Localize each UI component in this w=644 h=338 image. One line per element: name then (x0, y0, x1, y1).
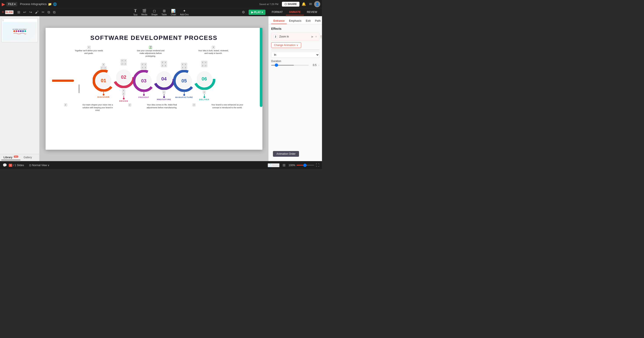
slide-title: SOFTWARE DEVELOPMENT PROCESS (52, 35, 256, 42)
dot-deliver (204, 96, 205, 98)
tab-exit[interactable]: Exit (304, 18, 313, 24)
scissors-button[interactable]: ✂ (40, 10, 46, 15)
bottom-descs: 2 Our team shapes your vision into a sol… (52, 104, 256, 112)
globe-icon: 🌐 (53, 3, 57, 6)
tab-path[interactable]: Path (313, 18, 322, 24)
badge-design-bottom-1: 2 (122, 89, 125, 92)
badge-dlv-2: 2 (204, 61, 207, 64)
logo-icon: ▶ (2, 2, 5, 7)
slide-button[interactable]: SLIDE (5, 10, 14, 14)
bottom-bar: 💬 1 / 1 Slides ⊡ Normal View ∨ 📄 Notes ⊞… (0, 161, 322, 169)
main-area: 1 SOFTWARE DEVELOPMENT (0, 16, 322, 161)
table-label: Table (162, 13, 167, 16)
process-row: 2 2 2 01 (52, 59, 256, 102)
play-label: PLAY (254, 11, 261, 14)
label-prototype: PROTOTYPE (157, 98, 171, 101)
label-present: PRESENT (138, 96, 150, 98)
tab-emphasis[interactable]: Emphasis (287, 18, 304, 24)
badge-dlv-3: 2 (201, 64, 204, 67)
slide-thumbnail[interactable]: 1 SOFTWARE DEVELOPMENT (1, 18, 38, 42)
top-bar: ▶ FILE ▾ Process Infographics 📁 🌐 Saved … (0, 0, 322, 8)
paint-button[interactable]: 🖌 (34, 10, 40, 15)
badge-discover-3: 2 (104, 66, 107, 69)
right-panel: Entrance Emphasis Exit Path ▶ Preview Ef… (268, 16, 322, 161)
text-tool[interactable]: T Text (134, 9, 137, 16)
play-arrow-icon: ▾ (262, 11, 263, 14)
presentation-title: Process Infographics (20, 3, 46, 6)
desc-top-5: Your idea is built, tested, reviewed, an… (198, 49, 229, 55)
badge-mfg-3: 2 (181, 66, 184, 69)
addons-tool[interactable]: ✦ Add-Ons (180, 9, 188, 16)
tab-review[interactable]: REVIEW (304, 9, 320, 15)
table-icon: ⊞ (163, 9, 166, 13)
view-arrow-icon: ∨ (48, 164, 50, 167)
direction-select[interactable]: In Out In & Out (271, 52, 319, 58)
badge-design-bottom-2: 2 (122, 92, 125, 95)
badge-proto-1: 2 (161, 61, 164, 64)
effects-panel-tabs: Entrance Emphasis Exit Path ▶ Preview (268, 16, 322, 24)
badge-dlv-4: 2 (204, 64, 207, 67)
top-badges: 2 Together we'll define your needs and g… (52, 46, 256, 58)
tab-animate[interactable]: ANIMATE (286, 9, 304, 15)
anim-close-button[interactable]: × (315, 35, 317, 38)
chart-label: Chart (171, 13, 176, 16)
tab-format[interactable]: FORMAT (268, 9, 286, 15)
zoom-controls: 100% (288, 164, 314, 167)
share-button[interactable]: ⬡ SHARE (282, 2, 300, 7)
center-tools: T Text 🎬 Media ◻ Shape ⊞ Table 📊 Chart ✦… (134, 9, 188, 16)
badge-top-1: 2 (88, 46, 90, 49)
play-button[interactable]: ▶ PLAY ▾ (248, 10, 266, 15)
file-arrow-icon: ▾ (14, 3, 16, 6)
settings-button[interactable]: ⚙ (241, 10, 246, 15)
messages-button[interactable]: ✉ (308, 1, 313, 7)
label-deliver: DELIVER (199, 98, 209, 101)
layout-button[interactable]: ⊞ (16, 10, 21, 15)
file-button[interactable]: FILE ▾ (6, 2, 17, 6)
teal-accent-bar (260, 28, 262, 107)
animation-item[interactable]: 2 Zoom In ▶ × ↑ (271, 33, 319, 41)
badge-mfg-4: 2 (184, 66, 187, 69)
expand-icon[interactable]: ⛶ (316, 163, 319, 167)
new-badge: New (14, 156, 18, 158)
redo-button[interactable]: ↪ (28, 10, 33, 15)
library-tab[interactable]: Library New (1, 155, 20, 160)
badge-present-1: 2 (141, 63, 144, 66)
table-tool[interactable]: ⊞ Table (162, 9, 167, 16)
badge-design-1: 2 (121, 59, 124, 62)
label-design: DESIGN (119, 100, 128, 102)
copy-button[interactable]: ⧉ (46, 10, 51, 15)
badge-proto-2: 2 (164, 61, 167, 64)
grid-icon[interactable]: ⊞ (282, 163, 286, 167)
paste-button[interactable]: ⧉ (52, 10, 56, 15)
desc-top-1: Together we'll define your needs and goa… (75, 49, 103, 55)
media-tool[interactable]: 🎬 Media (141, 9, 147, 16)
notifications-button[interactable]: 🔔 (301, 1, 307, 7)
view-selector[interactable]: ⊡ Normal View ∨ (29, 164, 50, 167)
dot-discover (103, 94, 104, 96)
library-label: Library (4, 156, 12, 159)
anim-play-button[interactable]: ▶ (312, 35, 314, 38)
thumbnail-preview: SOFTWARE DEVELOPMENT (2, 22, 37, 41)
duration-slider[interactable] (271, 65, 309, 66)
shape-tool[interactable]: ◻ Shape (151, 9, 158, 16)
desc-prototype: Your idea comes to life. Make final adju… (146, 104, 177, 112)
folder-icon: 📁 (48, 3, 52, 6)
badge-present-2: 2 (144, 63, 147, 66)
shape-label: Shape (151, 13, 158, 16)
badge-mfg-2: 2 (184, 63, 187, 66)
share-icon: ⬡ (284, 3, 287, 6)
badge-top-3: 2 (149, 46, 152, 49)
effects-content: Effects 2 Zoom In ▶ × ↑ Change Animation… (268, 24, 322, 149)
tab-entrance[interactable]: Entrance (271, 18, 287, 24)
gallery-tab[interactable]: Gallery (21, 155, 34, 160)
undo-button[interactable]: ↩ (22, 10, 27, 15)
chat-icon[interactable]: 💬 (3, 163, 7, 167)
resize-handle[interactable]: ⋮ (78, 84, 80, 93)
change-animation-button[interactable]: Change Animation ∨ (271, 42, 301, 48)
zoom-slider[interactable] (296, 165, 314, 165)
notes-icon: 📄 (268, 164, 272, 167)
animation-order-button[interactable]: Animation Order (273, 151, 299, 157)
notes-button[interactable]: 📄 Notes (268, 163, 280, 167)
chart-tool[interactable]: 📊 Chart (171, 9, 176, 16)
step-prototype: 2 2 2 2 04 2 (153, 61, 175, 101)
